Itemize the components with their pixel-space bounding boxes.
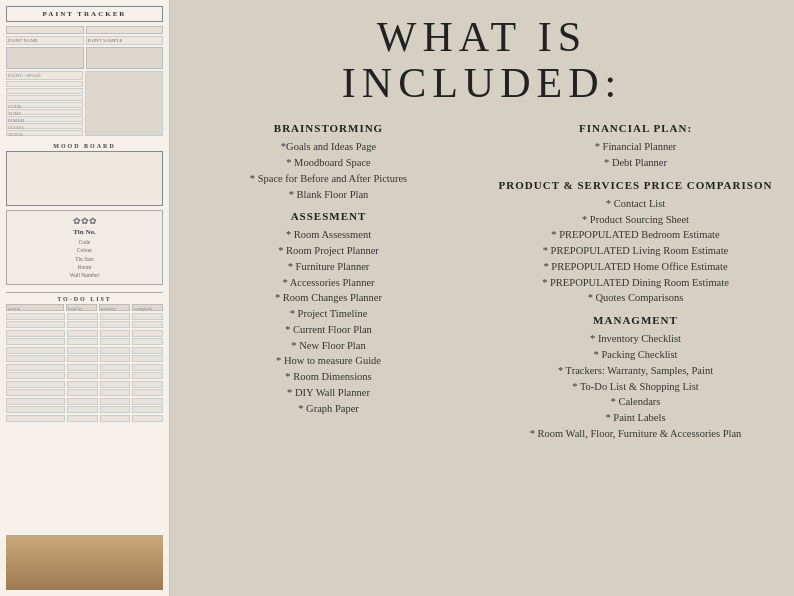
todo-cell (67, 313, 98, 320)
brainstorming-item-4: * Blank Floor Plan (180, 187, 477, 203)
todo-data-row (6, 415, 163, 422)
todo-cell (67, 338, 98, 345)
main-title-line2: INCLUDED: (180, 60, 784, 106)
assessment-heading: ASSESMENT (180, 208, 477, 225)
tracker-rows: PAINT NAME PAINT SAMPLE PAINT / SPACE CO… (6, 26, 163, 136)
assessment-item-7: * Current Floor Plan (180, 322, 477, 338)
todo-cell (67, 321, 98, 328)
tracker-mini-cell: TOTAL (6, 130, 83, 136)
product-item-7: * Quotes Comparisons (487, 290, 784, 306)
left-panel: PAINT TRACKER PAINT NAME PAINT SAMPLE PA… (0, 0, 170, 596)
financial-item-1: * Financial Planner (487, 139, 784, 155)
todo-header-row: action lead by priority complete (6, 304, 163, 311)
todo-cell (6, 381, 65, 388)
todo-cell (132, 347, 163, 354)
todo-cell (132, 372, 163, 379)
tracker-mini-cell: TONE (6, 109, 83, 115)
todo-data-row (6, 347, 163, 354)
todo-cell (67, 355, 98, 362)
todo-cell (100, 338, 131, 345)
management-item-7: * Room Wall, Floor, Furniture & Accessor… (487, 426, 784, 442)
todo-data-row (6, 355, 163, 362)
brainstorming-section: BRAINSTORMING *Goals and Ideas Page * Mo… (180, 120, 477, 202)
tracker-mini-cell: COATS (6, 123, 83, 129)
todo-cell (100, 389, 131, 396)
management-item-5: * Calendars (487, 394, 784, 410)
todo-cell (6, 355, 65, 362)
todo-col-header: priority (99, 304, 130, 311)
management-item-3: * Trackers: Warranty, Samples, Paint (487, 363, 784, 379)
management-item-4: * To-Do List & Shopping List (487, 379, 784, 395)
todo-label: TO-DO LIST (6, 292, 163, 302)
todo-cell (6, 389, 65, 396)
financial-section: FINANCIAL PLAN: * Financial Planner * De… (487, 120, 784, 171)
tracker-label-cell: PAINT SAMPLE (86, 36, 164, 45)
todo-data-row (6, 398, 163, 405)
main-title-line1: WHAT IS (180, 14, 784, 60)
todo-cell (132, 406, 163, 413)
assessment-item-11: * DIY Wall Planner (180, 385, 477, 401)
management-section: MANAGMENT * Inventory Checklist * Packin… (487, 312, 784, 441)
tracker-mini-cell: FINISH (6, 116, 83, 122)
todo-data-row (6, 321, 163, 328)
assessment-item-6: * Project Timeline (180, 306, 477, 322)
financial-heading: FINANCIAL PLAN: (487, 120, 784, 137)
tin-icon: ✿✿✿ (12, 216, 157, 226)
todo-cell (132, 415, 163, 422)
assessment-section: ASSESMENT * Room Assessment * Room Proje… (180, 208, 477, 416)
todo-cell (6, 321, 65, 328)
todo-data-row (6, 372, 163, 379)
product-item-2: * Product Sourcing Sheet (487, 212, 784, 228)
paint-tracker-header: PAINT TRACKER (6, 6, 163, 22)
todo-data-row (6, 313, 163, 320)
management-item-1: * Inventory Checklist (487, 331, 784, 347)
todo-cell (6, 364, 65, 371)
tracker-wide-cell (85, 71, 164, 136)
tracker-mini-cell: CODE (6, 102, 83, 108)
todo-cell (132, 338, 163, 345)
todo-data-row (6, 406, 163, 413)
todo-col-header: action (6, 304, 64, 311)
tracker-mini-cell (6, 88, 83, 94)
todo-cell (6, 406, 65, 413)
todo-cell (6, 372, 65, 379)
todo-cell (67, 347, 98, 354)
tracker-cell-wide (6, 47, 84, 69)
todo-cell (132, 381, 163, 388)
todo-cell (132, 364, 163, 371)
todo-cell (6, 347, 65, 354)
product-item-3: * PREPOPULATED Bedroom Estimate (487, 227, 784, 243)
content-columns: BRAINSTORMING *Goals and Ideas Page * Mo… (180, 114, 784, 586)
management-item-2: * Packing Checklist (487, 347, 784, 363)
left-column: BRAINSTORMING *Goals and Ideas Page * Mo… (180, 114, 477, 586)
todo-data-row (6, 338, 163, 345)
bottom-image (6, 535, 163, 590)
tin-no-label: Tin No. (12, 228, 157, 236)
todo-data-row (6, 389, 163, 396)
product-item-6: * PREPOPULATED Dining Room Estimate (487, 275, 784, 291)
todo-data-row (6, 330, 163, 337)
assessment-item-8: * New Floor Plan (180, 338, 477, 354)
title-section: WHAT IS INCLUDED: (180, 14, 784, 106)
tracker-mini-cell: PAINT / SPACE (6, 71, 83, 80)
todo-cell (132, 313, 163, 320)
todo-cell (100, 330, 131, 337)
todo-cell (132, 398, 163, 405)
todo-cell (132, 389, 163, 396)
todo-cell (67, 415, 98, 422)
todo-cell (100, 321, 131, 328)
management-item-6: * Paint Labels (487, 410, 784, 426)
tracker-cell (86, 26, 164, 34)
todo-cell (67, 398, 98, 405)
todo-rows: action lead by priority complete (6, 304, 163, 422)
todo-cell (100, 398, 131, 405)
financial-item-2: * Debt Planner (487, 155, 784, 171)
todo-data-row (6, 364, 163, 371)
todo-cell (100, 406, 131, 413)
main-content: WHAT IS INCLUDED: BRAINSTORMING *Goals a… (170, 0, 794, 596)
todo-data-row (6, 381, 163, 388)
todo-cell (100, 364, 131, 371)
todo-cell (100, 415, 131, 422)
todo-cell (67, 330, 98, 337)
assessment-item-3: * Furniture Planner (180, 259, 477, 275)
